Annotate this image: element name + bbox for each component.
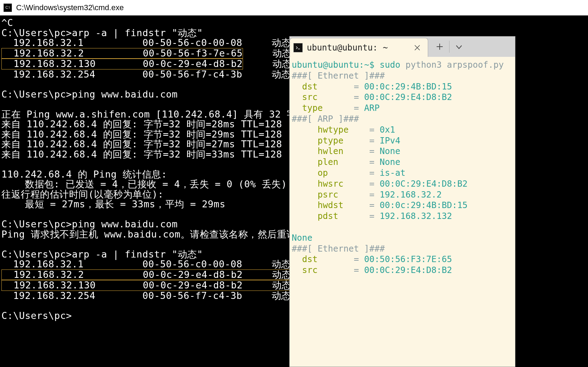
arp-highlight-row: 192.168.32.130 00-0c-29-e4-d8-b2 [1, 59, 243, 69]
divider [449, 41, 450, 53]
cmd-title: C:\Windows\system32\cmd.exe [16, 3, 124, 12]
arp-row: 192.168.32.254 00-50-56-f7-c4-3b 动态 [1, 69, 291, 80]
out-line: 最短 = 27ms，最长 = 33ms，平均 = 29ms [1, 199, 225, 209]
field-key: op [292, 168, 369, 178]
ubuntu-tab[interactable]: ubuntu@ubuntu: ~ [290, 38, 428, 57]
field-val: 00:0c:29:4B:BD:15 [364, 81, 452, 92]
field-key: src [292, 265, 354, 275]
field-key: hwdst [292, 200, 369, 210]
field-val: None [380, 157, 400, 167]
prompt-line: C:\Users\pc>ping www.baidu.com [1, 89, 178, 100]
prompt-line: C:\Users\pc>arp -a | findstr "动态" [1, 27, 203, 38]
arp-highlight-row: 192.168.32.2 00-0c-29-e4-d8-b2 动态 [1, 269, 292, 280]
out-line: 来自 110.242.68.4 的回复: 字节=32 时间=29ms TTL=1… [1, 129, 282, 140]
arp-highlight-row: 192.168.32.130 00-0c-29-e4-d8-b2 动态 [1, 280, 292, 291]
ubuntu-tab-label: ubuntu@ubuntu: ~ [307, 43, 409, 53]
field-val: 00:0c:29:4B:BD:15 [380, 200, 468, 210]
cmd-icon: C:\ [4, 4, 12, 12]
chevron-down-icon[interactable] [454, 42, 464, 51]
cmd-rest: python3 arpspoof.py [400, 60, 504, 70]
prompt-line: C:\Users\pc> [1, 310, 72, 321]
out-line: None [292, 233, 312, 243]
field-key: dst [292, 254, 354, 264]
field-key: src [292, 92, 354, 102]
cmd-titlebar[interactable]: C:\ C:\Windows\system32\cmd.exe [0, 0, 588, 16]
arp-row: 192.168.32.1 00-50-56-c0-00-08 动态 [1, 259, 291, 269]
prompt-line: C:\Users\pc>ping www.baidu.com [1, 219, 178, 229]
field-val: ARP [364, 103, 380, 113]
field-key: hwsrc [292, 179, 369, 189]
ubuntu-prompt: ubuntu@ubuntu:~$ [292, 60, 380, 70]
field-key: hwlen [292, 146, 369, 156]
field-val: None [380, 146, 400, 156]
field-val: 0x1 [380, 125, 395, 135]
field-val: 00:50:56:F3:7E:65 [364, 254, 452, 264]
scapy-header: ###[ Ethernet ]### [292, 71, 385, 81]
out-line: ^C [1, 17, 13, 28]
field-val: 192.168.32.132 [380, 211, 452, 221]
prompt-line: C:\Users\pc>arp -a | findstr "动态" [1, 249, 203, 260]
ubuntu-tabbar: ubuntu@ubuntu: ~ [290, 36, 515, 57]
field-key: psrc [292, 189, 369, 200]
field-val: 00:0C:29:E4:D8:B2 [380, 179, 468, 189]
close-icon[interactable] [413, 44, 421, 52]
out-line: 数据包: 已发送 = 4，已接收 = 4，丢失 = 0 (0% 丢失)， [1, 179, 297, 189]
scapy-header: ###[ ARP ]### [292, 114, 359, 124]
new-tab-icon[interactable] [435, 42, 444, 51]
out-line: 来自 110.242.68.4 的回复: 字节=32 时间=28ms TTL=1… [1, 119, 282, 129]
arp-highlight-row: 192.168.32.2 00-50-56-f3-7e-65 [1, 48, 243, 59]
arp-row: 192.168.32.254 00-50-56-f7-c4-3b 动态 [1, 290, 291, 301]
field-val: IPv4 [380, 135, 400, 146]
field-val: is-at [380, 168, 406, 178]
arp-row: 192.168.32.1 00-50-56-c0-00-08 动态 [1, 37, 291, 48]
out-line: 110.242.68.4 的 Ping 统计信息: [1, 169, 167, 180]
terminal-icon [293, 43, 303, 52]
field-key: ptype [292, 135, 369, 146]
field-key: type [292, 103, 354, 113]
field-val: 192.168.32.2 [380, 189, 442, 200]
field-key: dst [292, 81, 354, 92]
field-val: 00:0C:29:E4:D8:B2 [364, 92, 452, 102]
cmd-sudo: sudo [380, 60, 400, 70]
field-key: plen [292, 157, 369, 167]
out-line: 来自 110.242.68.4 的回复: 字节=32 时间=33ms TTL=1… [1, 149, 282, 160]
ubuntu-terminal-window: ubuntu@ubuntu: ~ ubuntu@ubuntu:~$ sudo p… [289, 36, 515, 367]
field-val: 00:0C:29:E4:D8:B2 [364, 265, 452, 275]
field-key: pdst [292, 211, 369, 221]
ubuntu-body[interactable]: ubuntu@ubuntu:~$ sudo python3 arpspoof.p… [290, 57, 515, 367]
out-line: 往返行程的估计时间(以毫秒为单位): [1, 189, 164, 200]
out-line: Ping 请求找不到主机 www.baidu.com。请检查该名称，然后重试。 [1, 229, 306, 240]
out-line: 来自 110.242.68.4 的回复: 字节=32 时间=27ms TTL=1… [1, 139, 282, 149]
scapy-header: ###[ Ethernet ]### [292, 243, 385, 254]
ubuntu-tabbar-actions [428, 36, 515, 57]
field-key: hwtype [292, 125, 369, 135]
